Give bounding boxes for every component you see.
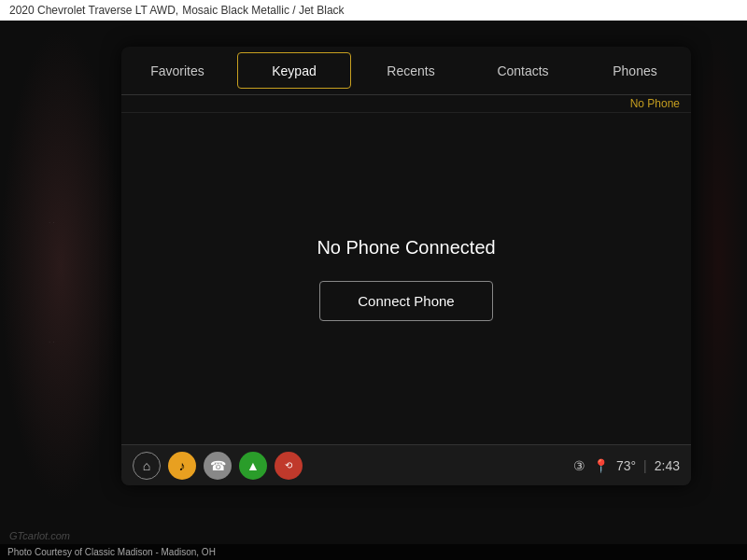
music-icon: ♪ [179, 458, 186, 473]
car-body-right [691, 28, 747, 504]
watermark: GTcarlot.com [9, 530, 70, 541]
channel-indicator: ③ [573, 458, 585, 473]
bottom-bar: ⌂ ♪ ☎ ▲ ⟲ ③ 📍 [121, 444, 691, 485]
screen: Favorites Keypad Recents Contacts Phones… [121, 47, 691, 485]
dot-decor: · · [49, 218, 55, 227]
phone-icon: ☎ [210, 458, 226, 473]
phone-icon-button[interactable]: ☎ [204, 452, 232, 480]
bluetooth-icon: ⟲ [285, 460, 292, 470]
main-content: No Phone Connected Connect Phone [121, 113, 691, 444]
screen-wrapper: Favorites Keypad Recents Contacts Phones… [121, 47, 691, 485]
nav-tabs: Favorites Keypad Recents Contacts Phones [121, 47, 691, 95]
tab-contacts[interactable]: Contacts [467, 47, 579, 94]
nav-icon-button[interactable]: ▲ [239, 452, 267, 480]
photo-credit: Photo Courtesy of Classic Madison - Madi… [0, 544, 747, 560]
tab-phones[interactable]: Phones [579, 47, 691, 94]
car-title: 2020 Chevrolet Traverse LT AWD, [9, 4, 178, 17]
navigation-icon: ▲ [247, 458, 260, 473]
photo-credit-text: Photo Courtesy of Classic Madison - Madi… [7, 547, 216, 557]
location-icon: 📍 [593, 458, 609, 473]
top-caption: 2020 Chevrolet Traverse LT AWD, Mosaic B… [0, 0, 747, 21]
tab-favorites[interactable]: Favorites [121, 47, 233, 94]
bottom-icons: ⌂ ♪ ☎ ▲ ⟲ [133, 452, 303, 480]
bottom-status: ③ 📍 73° | 2:43 [573, 458, 680, 473]
car-body-left: · · · · [0, 28, 121, 504]
outer-frame: 2020 Chevrolet Traverse LT AWD, Mosaic B… [0, 0, 747, 560]
time-display: 2:43 [655, 458, 680, 473]
no-phone-text: No Phone Connected [317, 237, 495, 259]
music-icon-button[interactable]: ♪ [168, 452, 196, 480]
status-badge: No Phone [630, 97, 680, 110]
car-color: Mosaic Black Metallic / Jet Black [182, 4, 344, 17]
temperature-display: 73° [616, 458, 636, 473]
tab-recents[interactable]: Recents [355, 47, 467, 94]
divider: | [643, 458, 647, 473]
connect-phone-button[interactable]: Connect Phone [319, 281, 492, 321]
home-icon-button[interactable]: ⌂ [133, 452, 161, 480]
dot-decor2: · · [49, 338, 55, 346]
status-line: No Phone [121, 95, 691, 113]
home-icon: ⌂ [143, 458, 150, 473]
tab-keypad[interactable]: Keypad [237, 52, 351, 89]
bt-icon-button[interactable]: ⟲ [275, 452, 303, 480]
